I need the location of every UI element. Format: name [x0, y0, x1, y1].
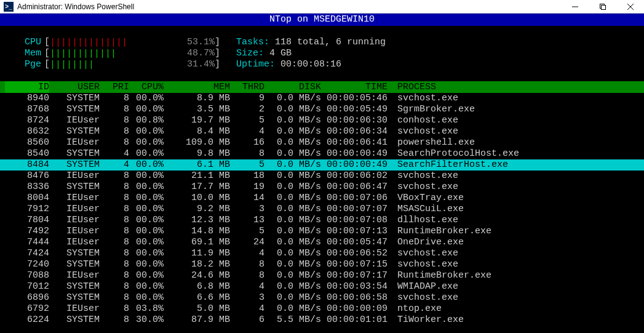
- table-row[interactable]: 8476IEUser800.0%21.1 MB180.0 MB/s00:00:0…: [0, 171, 644, 182]
- col-mem[interactable]: MEM: [164, 81, 230, 93]
- table-row[interactable]: 6792IEUser803.8%5.0 MB40.0 MB/s00:00:00:…: [0, 303, 644, 315]
- cell-mem: 6.8 MB: [164, 281, 230, 292]
- cell-user: IEUser: [49, 237, 100, 248]
- cell-pri: 8: [100, 193, 129, 204]
- col-proc[interactable]: PROCESS: [388, 81, 644, 93]
- cell-cpu: 00.0%: [129, 104, 164, 115]
- col-cpu[interactable]: CPU%: [129, 81, 164, 93]
- cell-cpu: 30.0%: [129, 315, 164, 326]
- cell-time: 00:00:00:09: [321, 303, 388, 315]
- table-row[interactable]: 7240SYSTEM800.0%18.2 MB80.0 MB/s00:00:07…: [0, 259, 644, 270]
- table-row[interactable]: 8724IEUser800.8%19.7 MB50.0 MB/s00:00:06…: [0, 115, 644, 126]
- cell-disk: 5.5 MB/s: [264, 315, 321, 326]
- cell-user: IEUser: [49, 226, 100, 237]
- terminal[interactable]: NTop on MSEDGEWIN10 CPU [ ||||||||||||||…: [0, 14, 644, 333]
- cell-disk: 0.0 MB/s: [264, 93, 321, 104]
- cell-pri: 8: [100, 270, 129, 281]
- cell-pri: 8: [100, 315, 129, 326]
- table-row[interactable]: 8632SYSTEM800.0%8.4 MB40.0 MB/s00:00:06:…: [0, 126, 644, 137]
- maximize-button[interactable]: [589, 0, 616, 13]
- table-row[interactable]: 7088IEUser800.0%24.6 MB80.0 MB/s00:00:07…: [0, 270, 644, 281]
- cell-thrd: 24: [230, 237, 264, 248]
- cell-thrd: 16: [230, 137, 264, 148]
- cell-time: 00:00:06:34: [321, 126, 388, 137]
- tasks-value: 118 total, 6 running: [275, 37, 386, 47]
- col-thrd[interactable]: THRD: [230, 81, 264, 93]
- cell-cpu: 00.0%: [129, 148, 164, 159]
- cell-user: SYSTEM: [49, 148, 100, 159]
- cell-cpu: 00.8%: [129, 115, 164, 126]
- cell-mem: 5.0 MB: [164, 303, 230, 315]
- cell-mem: 109.0 MB: [164, 137, 230, 148]
- cell-disk: 0.0 MB/s: [264, 270, 321, 281]
- table-row[interactable]: 6896SYSTEM800.0%6.6 MB30.0 MB/s00:00:06:…: [0, 292, 644, 303]
- cell-mem: 12.3 MB: [164, 215, 230, 226]
- cell-id: 8476: [5, 171, 49, 182]
- cell-proc: dllhost.exe: [388, 215, 644, 226]
- cell-cpu: 00.0%: [129, 182, 164, 193]
- col-disk[interactable]: DISK: [264, 81, 321, 93]
- process-header[interactable]: ID USER PRI CPU% MEM THRD DISK TIME PROC…: [0, 81, 644, 93]
- cell-mem: 24.6 MB: [164, 270, 230, 281]
- table-row[interactable]: 7444IEUser800.0%69.1 MB240.0 MB/s00:00:0…: [0, 237, 644, 248]
- cell-proc: MSASCuiL.exe: [388, 204, 644, 215]
- minimize-button[interactable]: [561, 0, 589, 13]
- cell-id: 8004: [5, 193, 49, 204]
- close-button[interactable]: [616, 0, 644, 13]
- table-row[interactable]: 7912IEUser800.0%9.2 MB30.0 MB/s00:00:07:…: [0, 204, 644, 215]
- cell-user: IEUser: [49, 137, 100, 148]
- cell-pri: 8: [100, 215, 129, 226]
- cell-time: 00:00:01:01: [321, 315, 388, 326]
- cell-time: 00:00:06:02: [321, 171, 388, 182]
- cell-disk: 0.0 MB/s: [264, 237, 321, 248]
- cell-cpu: 00.0%: [129, 93, 164, 104]
- cell-thrd: 5: [230, 159, 264, 171]
- col-user[interactable]: USER: [49, 81, 100, 93]
- cell-thrd: 8: [230, 259, 264, 270]
- powershell-icon: >_: [4, 2, 14, 12]
- cell-id: 7444: [5, 237, 49, 248]
- table-row[interactable]: 7492IEUser800.0%14.8 MB50.0 MB/s00:00:07…: [0, 226, 644, 237]
- cell-pri: 8: [100, 171, 129, 182]
- cell-mem: 11.9 MB: [164, 248, 230, 259]
- cell-time: 00:00:06:41: [321, 137, 388, 148]
- cell-user: SYSTEM: [49, 104, 100, 115]
- table-row[interactable]: 7012SYSTEM800.0%6.8 MB40.0 MB/s00:00:03:…: [0, 281, 644, 292]
- col-time[interactable]: TIME: [321, 81, 388, 93]
- cell-pri: 8: [100, 115, 129, 126]
- cell-user: IEUser: [49, 171, 100, 182]
- col-id[interactable]: ID: [5, 81, 49, 93]
- cell-disk: 0.0 MB/s: [264, 182, 321, 193]
- table-row[interactable]: 7804IEUser800.0%12.3 MB130.0 MB/s00:00:0…: [0, 215, 644, 226]
- table-row[interactable]: 7424SYSTEM800.0%11.9 MB40.0 MB/s00:00:06…: [0, 248, 644, 259]
- app-heading: NTop on MSEDGEWIN10: [0, 14, 644, 26]
- cell-user: IEUser: [49, 215, 100, 226]
- table-row[interactable]: 8004IEUser800.0%10.0 MB140.0 MB/s00:00:0…: [0, 193, 644, 204]
- cell-cpu: 03.8%: [129, 303, 164, 315]
- cell-disk: 0.0 MB/s: [264, 159, 321, 171]
- cell-id: 8768: [5, 104, 49, 115]
- table-row[interactable]: 8768SYSTEM800.0%3.5 MB20.0 MB/s00:00:05:…: [0, 104, 644, 115]
- table-row[interactable]: 6224SYSTEM830.0%87.9 MB65.5 MB/s00:00:01…: [0, 315, 644, 326]
- cell-pri: 8: [100, 137, 129, 148]
- table-row[interactable]: 8336SYSTEM800.0%17.7 MB190.0 MB/s00:00:0…: [0, 182, 644, 193]
- process-list[interactable]: 8940SYSTEM800.0%8.9 MB90.0 MB/s00:00:05:…: [0, 93, 644, 326]
- cell-user: IEUser: [49, 270, 100, 281]
- cell-cpu: 00.0%: [129, 226, 164, 237]
- cell-time: 00:00:06:47: [321, 182, 388, 193]
- table-row[interactable]: 8940SYSTEM800.0%8.9 MB90.0 MB/s00:00:05:…: [0, 93, 644, 104]
- cell-user: IEUser: [49, 193, 100, 204]
- table-row[interactable]: 8484SYSTEM400.0%6.1 MB50.0 MB/s00:00:00:…: [0, 159, 644, 171]
- cell-id: 6224: [5, 315, 49, 326]
- uptime-value: 00:00:08:16: [280, 59, 341, 70]
- col-pri[interactable]: PRI: [100, 81, 129, 93]
- table-row[interactable]: 8540SYSTEM400.0%9.8 MB80.0 MB/s00:00:00:…: [0, 148, 644, 159]
- cell-disk: 0.0 MB/s: [264, 292, 321, 303]
- cell-user: SYSTEM: [49, 248, 100, 259]
- cpu-bar-ticks: ||||||||||||||: [50, 38, 127, 47]
- cell-id: 7804: [5, 215, 49, 226]
- table-row[interactable]: 8560IEUser800.0%109.0 MB160.0 MB/s00:00:…: [0, 137, 644, 148]
- cell-time: 00:00:07:15: [321, 259, 388, 270]
- cell-id: 8484: [5, 159, 49, 171]
- cell-proc: svchost.exe: [388, 171, 644, 182]
